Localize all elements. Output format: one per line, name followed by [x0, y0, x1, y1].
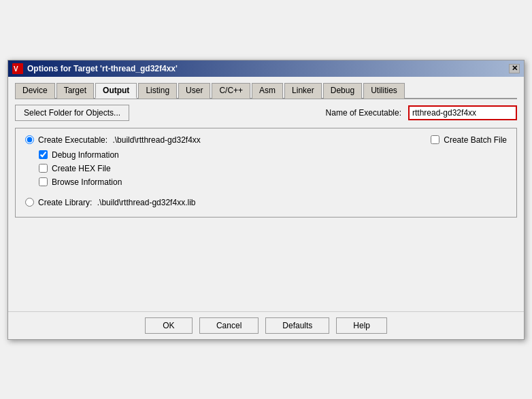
- svg-text:V: V: [14, 65, 18, 73]
- cancel-button[interactable]: Cancel: [199, 317, 259, 334]
- help-button[interactable]: Help: [336, 317, 387, 334]
- create-batch-area: Create Batch File: [431, 135, 507, 145]
- close-button[interactable]: ✕: [509, 64, 520, 73]
- create-hex-checkbox[interactable]: [39, 164, 48, 173]
- top-row: Select Folder for Objects... Name of Exe…: [15, 105, 517, 121]
- create-hex-row: Create HEX File: [39, 164, 431, 173]
- browse-info-checkbox[interactable]: [39, 177, 48, 186]
- debug-info-checkbox[interactable]: [39, 150, 48, 159]
- tab-listing[interactable]: Listing: [138, 83, 177, 99]
- tab-output[interactable]: Output: [95, 83, 137, 99]
- tab-debug[interactable]: Debug: [323, 83, 362, 99]
- titlebar: V Options for Target 'rt-thread_gd32f4xx…: [8, 60, 524, 77]
- tab-target[interactable]: Target: [56, 83, 94, 99]
- create-exe-row: Create Executable: .\build\rtthread-gd32…: [25, 135, 431, 145]
- tab-device[interactable]: Device: [15, 83, 55, 99]
- browse-info-row: Browse Information: [39, 177, 431, 187]
- options-left: Create Executable: .\build\rtthread-gd32…: [25, 135, 431, 191]
- tabs-bar: Device Target Output Listing User C/C++ …: [15, 82, 517, 99]
- tab-cpp[interactable]: C/C++: [212, 83, 250, 99]
- titlebar-left: V Options for Target 'rt-thread_gd32f4xx…: [12, 63, 178, 74]
- app-icon: V: [12, 63, 23, 74]
- tab-user[interactable]: User: [178, 83, 210, 99]
- create-library-radio[interactable]: [25, 198, 34, 207]
- browse-info-label: Browse Information: [52, 177, 122, 187]
- create-batch-label: Create Batch File: [444, 135, 507, 145]
- tab-utilities[interactable]: Utilities: [363, 83, 405, 99]
- options-box: Create Executable: .\build\rtthread-gd32…: [15, 128, 517, 218]
- debug-info-label: Debug Information: [52, 150, 119, 160]
- debug-info-row: Debug Information: [39, 150, 431, 160]
- options-inner-row: Create Executable: .\build\rtthread-gd32…: [25, 135, 507, 191]
- dialog-window: V Options for Target 'rt-thread_gd32f4xx…: [7, 60, 525, 340]
- ok-button[interactable]: OK: [145, 317, 193, 334]
- tab-linker[interactable]: Linker: [284, 83, 322, 99]
- create-library-row: Create Library: .\build\rtthread-gd32f4x…: [25, 198, 507, 207]
- create-batch-checkbox[interactable]: [431, 135, 439, 144]
- window-title: Options for Target 'rt-thread_gd32f4xx': [27, 64, 178, 73]
- footer: OK Cancel Defaults Help: [8, 311, 524, 339]
- select-folder-button[interactable]: Select Folder for Objects...: [15, 105, 129, 121]
- name-exe-input[interactable]: [408, 105, 517, 120]
- spacer: [15, 224, 517, 306]
- defaults-button[interactable]: Defaults: [265, 317, 329, 334]
- create-hex-label: Create HEX File: [52, 164, 111, 173]
- create-library-label: Create Library: .\build\rtthread-gd32f4x…: [38, 198, 195, 207]
- dialog-content: Device Target Output Listing User C/C++ …: [8, 77, 524, 311]
- tab-asm[interactable]: Asm: [252, 83, 283, 99]
- create-exe-radio[interactable]: [25, 135, 34, 144]
- create-exe-label: Create Executable: .\build\rtthread-gd32…: [38, 135, 201, 145]
- name-exe-label: Name of Executable:: [326, 108, 401, 118]
